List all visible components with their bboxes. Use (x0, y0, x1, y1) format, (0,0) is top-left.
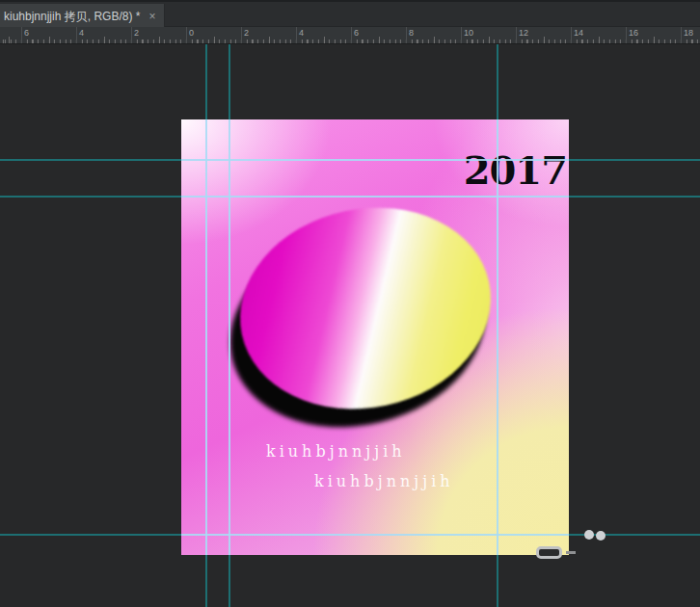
ruler-unit-label: 0 (189, 29, 194, 38)
ruler-major-tick (681, 27, 682, 43)
ruler-unit-label: 4 (79, 29, 84, 38)
ruler-major-tick (571, 27, 572, 43)
guide-vertical[interactable] (497, 119, 498, 555)
ruler-unit-label: 12 (519, 29, 528, 38)
guide-horizontal[interactable] (181, 196, 569, 198)
watermark-fragment (536, 546, 562, 559)
ruler-major-tick (296, 27, 297, 43)
ruler-major-tick (241, 27, 242, 43)
ruler-unit-label: 6 (354, 29, 359, 38)
horizontal-ruler[interactable]: 642024681012141618 (0, 27, 700, 44)
close-icon[interactable]: × (148, 10, 155, 23)
guide-vertical[interactable] (205, 119, 207, 555)
ruler-unit-label: 14 (574, 29, 583, 38)
ruler-major-tick (461, 27, 462, 43)
ruler-major-tick (186, 27, 187, 43)
document-tab[interactable]: kiuhbjnnjjih 拷贝, RGB/8) * × (0, 4, 165, 29)
ruler-unit-label: 2 (244, 29, 249, 38)
document-tab-title: kiuhbjnnjjih 拷贝, RGB/8) * (4, 9, 140, 25)
ruler-unit-label: 16 (629, 29, 638, 38)
ruler-major-tick (626, 27, 627, 43)
watermark-fragment (566, 551, 576, 554)
ruler-major-tick (76, 27, 77, 43)
ruler-unit-label: 18 (684, 29, 693, 38)
watermark-dot (596, 531, 606, 541)
ruler-major-tick (131, 27, 132, 43)
ruler-unit-label: 10 (464, 29, 473, 38)
photoshop-window: kiuhbjnnjjih 拷贝, RGB/8) * × 642024681012… (0, 0, 700, 607)
ruler-unit-label: 8 (409, 29, 414, 38)
ruler-major-tick (516, 27, 517, 43)
guide-horizontal[interactable] (181, 534, 569, 536)
ruler-unit-label: 2 (134, 29, 139, 38)
poster-caption-line2: kiuhbjnnjjih (314, 473, 454, 490)
poster-caption-line1: kiuhbjnnjjih (266, 443, 406, 461)
ruler-major-tick (351, 27, 352, 43)
ruler-major-tick (21, 27, 22, 43)
ruler-unit-label: 4 (299, 29, 304, 38)
ruler-major-tick (406, 27, 407, 43)
ruler-unit-label: 6 (24, 29, 29, 38)
watermark-dot (584, 530, 594, 540)
poster-year-text: 2017 (464, 151, 567, 190)
guide-horizontal[interactable] (181, 159, 569, 161)
guide-vertical[interactable] (229, 119, 230, 555)
canvas-area[interactable]: 2017 kiuhbjnnjjih kiuhbjnnjjih (0, 44, 700, 607)
poster-document[interactable]: 2017 kiuhbjnnjjih kiuhbjnnjjih (181, 119, 569, 555)
document-tab-bar: kiuhbjnnjjih 拷贝, RGB/8) * × (0, 0, 700, 27)
ruler-minor-ticks (0, 40, 700, 43)
